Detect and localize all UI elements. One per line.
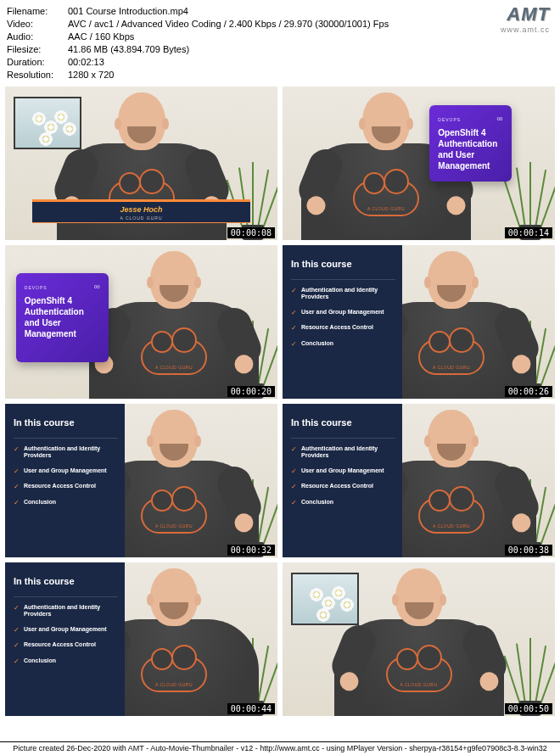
footer-credit: Picture created 26-Dec-2020 with AMT - A… bbox=[0, 741, 560, 755]
timestamp: 00:00:50 bbox=[505, 703, 552, 714]
presenter: A CLOUD GURU bbox=[93, 248, 255, 399]
duration-label: Duration: bbox=[7, 56, 68, 69]
check-icon: ✓ bbox=[291, 309, 297, 317]
check-icon: ✓ bbox=[14, 626, 20, 635]
outline-slide: In this course ✓Authentication and Ident… bbox=[283, 404, 402, 557]
thumbnail: A CLOUD GURU ∞ DEVOPS OpenShift 4 Authen… bbox=[5, 245, 277, 399]
duration-value: 00:02:13 bbox=[68, 56, 553, 69]
logo-url: www.amt.cc bbox=[501, 25, 550, 34]
presenter-name: Jesse Hoch bbox=[32, 205, 250, 214]
title-slide: ∞ DEVOPS OpenShift 4 Authentication and … bbox=[429, 105, 511, 182]
filename-label: Filename: bbox=[7, 5, 68, 18]
thumbnail: A CLOUD GURU ∞ DEVOPS OpenShift 4 Authen… bbox=[283, 87, 555, 240]
amt-logo: AMT www.amt.cc bbox=[501, 3, 550, 34]
check-icon: ✓ bbox=[14, 657, 20, 666]
thumbnail: A CLOUD GURU In this course ✓Authenticat… bbox=[5, 404, 277, 557]
thumbnail: A CLOUD GURU 00:00:50 bbox=[283, 562, 555, 716]
metadata-header: AMT www.amt.cc Filename:001 Course Intro… bbox=[0, 0, 560, 85]
check-icon: ✓ bbox=[291, 324, 297, 333]
timestamp: 00:00:26 bbox=[505, 386, 552, 397]
check-icon: ✓ bbox=[14, 641, 20, 650]
check-icon: ✓ bbox=[291, 467, 297, 476]
timestamp: 00:00:38 bbox=[505, 545, 552, 556]
check-icon: ✓ bbox=[14, 467, 20, 476]
timestamp: 00:00:20 bbox=[227, 386, 275, 397]
video-label: Video: bbox=[7, 18, 68, 31]
check-icon: ✓ bbox=[14, 499, 20, 507]
resolution-value: 1280 x 720 bbox=[68, 69, 553, 81]
thumbnail: A CLOUD GURU Jesse Hoch A CLOUD GURU 00:… bbox=[5, 87, 277, 240]
audio-label: Audio: bbox=[7, 31, 68, 43]
check-icon: ✓ bbox=[291, 287, 297, 295]
filename-value: 001 Course Introduction.mp4 bbox=[68, 5, 553, 18]
thumbnail-grid: A CLOUD GURU Jesse Hoch A CLOUD GURU 00:… bbox=[0, 85, 560, 721]
filesize-label: Filesize: bbox=[7, 43, 68, 56]
check-icon: ✓ bbox=[291, 340, 297, 349]
outline-slide: In this course ✓Authentication and Ident… bbox=[283, 245, 402, 399]
check-icon: ✓ bbox=[291, 483, 297, 491]
thumbnail: A CLOUD GURU In this course ✓Authenticat… bbox=[283, 404, 555, 557]
outline-slide: In this course ✓Authentication and Ident… bbox=[5, 404, 125, 557]
check-icon: ✓ bbox=[291, 499, 297, 507]
timestamp: 00:00:44 bbox=[227, 703, 275, 714]
outline-slide: In this course ✓Authentication and Ident… bbox=[5, 562, 125, 716]
logo-text: AMT bbox=[501, 3, 550, 25]
resolution-label: Resolution: bbox=[7, 69, 68, 81]
audio-value: AAC / 160 Kbps bbox=[68, 31, 553, 43]
check-icon: ✓ bbox=[14, 445, 20, 454]
thumbnail: A CLOUD GURU In this course ✓Authenticat… bbox=[5, 562, 277, 716]
timestamp: 00:00:32 bbox=[227, 545, 275, 556]
presenter-org: A CLOUD GURU bbox=[32, 215, 250, 221]
title-slide: ∞ DEVOPS OpenShift 4 Authentication and … bbox=[16, 273, 109, 362]
timestamp: 00:00:14 bbox=[505, 227, 552, 238]
video-value: AVC / avc1 / Advanced Video Coding / 2.4… bbox=[68, 18, 553, 31]
check-icon: ✓ bbox=[14, 483, 20, 491]
check-icon: ✓ bbox=[291, 445, 297, 454]
check-icon: ✓ bbox=[14, 604, 20, 612]
thumbnail: A CLOUD GURU In this course ✓Authenticat… bbox=[283, 245, 555, 399]
lower-third: Jesse Hoch A CLOUD GURU bbox=[32, 199, 250, 223]
presenter: A CLOUD GURU bbox=[339, 565, 500, 716]
timestamp: 00:00:08 bbox=[227, 227, 275, 238]
filesize-value: 41.86 MB (43.894.709 Bytes) bbox=[68, 43, 553, 56]
